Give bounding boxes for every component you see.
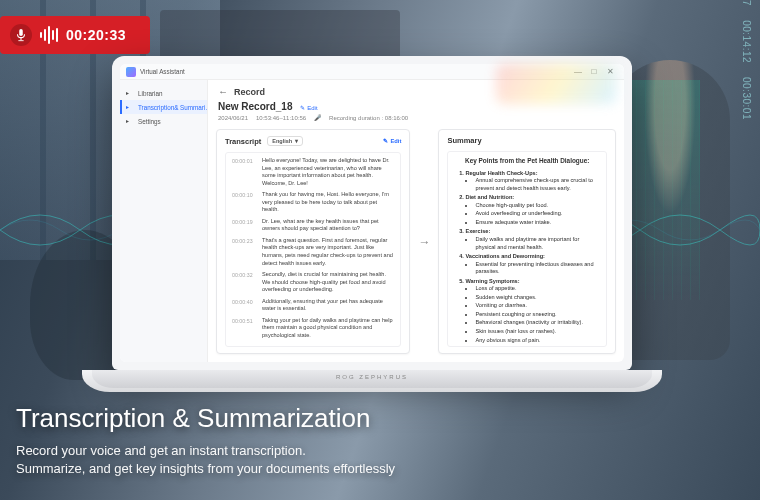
back-button[interactable]: ← [218, 86, 228, 97]
doc-icon: ▸ [126, 103, 134, 111]
transcript-pane: Transcript English ▾ Edit 00:00:01Hello … [216, 129, 410, 354]
window-title: Virtual Assistant [140, 68, 185, 75]
transcript-text: Additionally, ensuring that your pet has… [262, 298, 394, 313]
transcript-edit-button[interactable]: Edit [383, 138, 401, 144]
summary-section: Warning Symptoms:Loss of appetite.Sudden… [465, 278, 599, 344]
transcript-row: 00:00:51Taking your pet for daily walks … [232, 317, 394, 340]
transcript-text: That's a great question. First and forem… [262, 237, 394, 267]
language-select[interactable]: English ▾ [267, 136, 303, 146]
summary-section: Exercise:Daily walks and playtime are im… [465, 228, 599, 251]
transcript-row: 00:00:23That's a great question. First a… [232, 237, 394, 267]
transcript-text: Secondly, diet is crucial for maintainin… [262, 271, 394, 294]
overlay-heading: Transcription & Summarization [16, 403, 395, 434]
summary-bullet: Persistent coughing or sneezing. [475, 311, 599, 319]
timeline-timestamps-decor: 00:16:0900:18:3800:20:2701:26:2700:14:12… [741, 0, 752, 120]
summary-body[interactable]: Key Points from the Pet Health Dialogue:… [447, 151, 607, 347]
transcript-row: 00:00:10Thank you for having me, Host. H… [232, 191, 394, 214]
transcript-text: Hello everyone! Today, we are delighted … [262, 157, 394, 187]
laptop-screen-frame: Virtual Assistant — □ ✕ ▸Librarian▸Trans… [112, 56, 632, 370]
transcript-timestamp: 00:00:19 [232, 218, 256, 233]
transcript-row: 00:00:01Hello everyone! Today, we are de… [232, 157, 394, 187]
sidebar-item-settings[interactable]: ▸Settings [120, 114, 207, 128]
screen-glare [496, 64, 616, 104]
sidebar-item-label: Transcription& Summari… [138, 104, 207, 111]
page-title: Record [234, 87, 265, 97]
laptop-brand-label: ROG ZEPHYRUS [336, 374, 408, 380]
summary-bullet: Daily walks and playtime are important f… [475, 236, 599, 251]
decor-timestamp: 01:26:27 [741, 0, 752, 6]
summary-section: Regular Health Check-Ups:Annual comprehe… [465, 170, 599, 193]
transcript-row: 00:00:40Additionally, ensuring that your… [232, 298, 394, 313]
summary-bullet: Skin issues (hair loss or rashes). [475, 328, 599, 336]
sidebar: ▸Librarian▸Transcription& Summari…▸Setti… [120, 80, 208, 362]
gear-icon: ▸ [126, 117, 134, 125]
transcript-text: Thank you for having me, Host. Hello eve… [262, 191, 394, 214]
transcript-timestamp: 00:00:51 [232, 317, 256, 340]
summary-section: Vaccinations and Deworming:Essential for… [465, 253, 599, 276]
record-name: New Record_18 [218, 101, 292, 112]
decor-timestamp: 00:30:01 [741, 77, 752, 120]
transcript-timestamp: 00:00:40 [232, 298, 256, 313]
transcript-text: Dr. Lee, what are the key health issues … [262, 218, 394, 233]
transcript-title: Transcript [225, 137, 261, 146]
transcript-body[interactable]: 00:00:01Hello everyone! Today, we are de… [225, 152, 401, 347]
recording-wave-icon [40, 26, 58, 44]
sidebar-item-transcription-summari-[interactable]: ▸Transcription& Summari… [120, 100, 207, 114]
recording-badge: 00:20:33 [0, 16, 150, 54]
pencil-icon [300, 104, 305, 111]
overlay-text: Transcription & Summarization Record you… [16, 403, 395, 478]
pencil-icon [383, 138, 388, 144]
svg-rect-0 [19, 29, 23, 36]
transcript-row: 00:00:19Dr. Lee, what are the key health… [232, 218, 394, 233]
app-window: Virtual Assistant — □ ✕ ▸Librarian▸Trans… [120, 64, 624, 362]
svg-rect-1 [20, 38, 21, 41]
summary-heading: Key Points from the Pet Health Dialogue: [455, 157, 599, 166]
sidebar-item-label: Librarian [138, 90, 163, 97]
summary-bullet: Sudden weight changes. [475, 294, 599, 302]
summary-title: Summary [447, 136, 481, 145]
sidebar-item-librarian[interactable]: ▸Librarian [120, 86, 207, 100]
decor-timestamp: 00:14:12 [741, 20, 752, 63]
summary-bullet: Essential for preventing infectious dise… [475, 261, 599, 276]
summary-bullet: Vomiting or diarrhea. [475, 302, 599, 310]
summary-section: Immediate Medical Attention: [465, 346, 599, 347]
rename-button[interactable]: Edit [300, 104, 317, 111]
summary-bullet: Behavioral changes (inactivity or irrita… [475, 319, 599, 327]
transcript-text: Taking your pet for daily walks and play… [262, 317, 394, 340]
transcript-row: 00:00:32Secondly, diet is crucial for ma… [232, 271, 394, 294]
summary-pane: Summary Key Points from the Pet Health D… [438, 129, 616, 354]
record-time-range: 10:53:46–11:10:56 [256, 115, 306, 121]
summary-bullet: Choose high-quality pet food. [475, 202, 599, 210]
record-duration: 08:16:00 [385, 115, 408, 121]
summary-bullet: Avoid overfeeding or underfeeding. [475, 210, 599, 218]
mic-small-icon: 🎤 [314, 114, 321, 121]
arrow-right-icon: → [416, 235, 432, 249]
overlay-line-2: Summarize, and get key insights from you… [16, 461, 395, 476]
transcript-timestamp: 00:00:10 [232, 191, 256, 214]
summary-bullet: Annual comprehensive check-ups are cruci… [475, 177, 599, 192]
laptop: Virtual Assistant — □ ✕ ▸Librarian▸Trans… [112, 56, 632, 410]
summary-section: Diet and Nutrition:Choose high-quality p… [465, 194, 599, 226]
main-panel: ← Record New Record_18 Edit 2024/06/21 1… [208, 80, 624, 362]
app-logo-icon [126, 67, 136, 77]
books-icon: ▸ [126, 89, 134, 97]
summary-bullet: Ensure adequate water intake. [475, 219, 599, 227]
transcript-timestamp: 00:00:01 [232, 157, 256, 187]
chevron-down-icon: ▾ [295, 138, 298, 144]
microphone-icon [10, 24, 32, 46]
sidebar-item-label: Settings [138, 118, 161, 125]
svg-rect-2 [18, 40, 23, 41]
recording-elapsed-time: 00:20:33 [66, 27, 126, 43]
transcript-timestamp: 00:00:32 [232, 271, 256, 294]
summary-bullet: Any obvious signs of pain. [475, 337, 599, 345]
promo-stage: 00:20:33 00:16:0900:18:3800:20:2701:26:2… [0, 0, 760, 500]
summary-bullet: Loss of appetite. [475, 285, 599, 293]
transcript-timestamp: 00:00:23 [232, 237, 256, 267]
overlay-line-1: Record your voice and get an instant tra… [16, 443, 306, 458]
laptop-base: ROG ZEPHYRUS [82, 370, 662, 392]
record-date: 2024/06/21 [218, 115, 248, 121]
